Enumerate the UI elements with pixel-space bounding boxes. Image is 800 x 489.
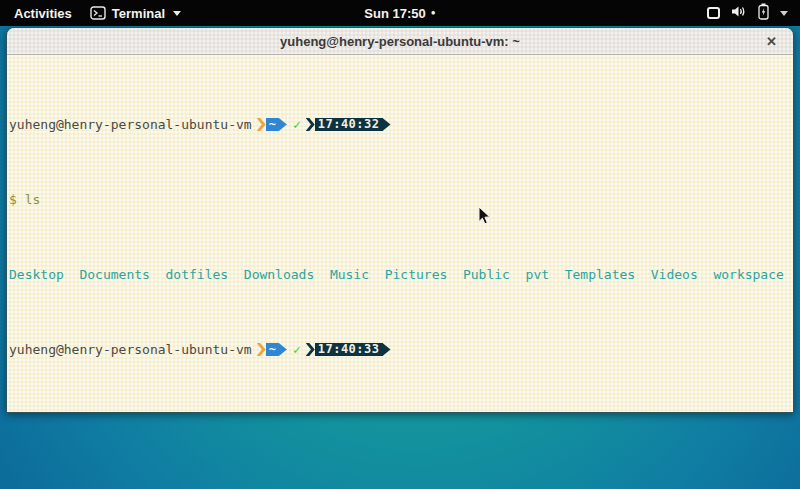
powerline-point-icon (279, 118, 287, 131)
prompt-user-host: yuheng@henry-personal-ubuntu-vm (9, 117, 252, 132)
terminal-window: yuheng@henry-personal-ubuntu-vm: ~ ✕ yuh… (6, 27, 794, 413)
focused-app-menu[interactable]: Terminal (90, 6, 181, 21)
prompt-user-host: yuheng@henry-personal-ubuntu-vm (9, 342, 252, 357)
clock-button[interactable]: Sun 17:50 (364, 6, 425, 21)
system-status-menu[interactable] (707, 3, 800, 23)
focused-app-label: Terminal (112, 6, 165, 21)
close-button[interactable]: ✕ (766, 28, 777, 55)
window-title: yuheng@henry-personal-ubuntu-vm: ~ (280, 34, 520, 49)
status-check-icon: ✓ (293, 342, 301, 357)
powerline-chevron-icon (257, 118, 266, 131)
prompt-path-segment: ~ (266, 343, 279, 356)
terminal-app-icon (90, 6, 106, 20)
directory-list: Desktop Documents dotfiles Downloads Mus… (9, 267, 784, 282)
status-check-icon: ✓ (293, 117, 301, 132)
powerline-point-icon (383, 343, 391, 356)
activities-button[interactable]: Activities (10, 6, 76, 21)
ls-output-line: Desktop Documents dotfiles Downloads Mus… (9, 267, 793, 282)
terminal-content[interactable]: yuheng@henry-personal-ubuntu-vm ~ ✓ 17:4… (7, 55, 793, 413)
chevron-down-icon (780, 11, 788, 16)
window-titlebar[interactable]: yuheng@henry-personal-ubuntu-vm: ~ ✕ (7, 28, 793, 55)
prompt-line: yuheng@henry-personal-ubuntu-vm ~ ✓ 17:4… (9, 117, 793, 132)
powerline-chevron-icon (306, 343, 315, 356)
screen-icon (707, 7, 720, 19)
prompt-time-segment: 17:40:32 (315, 118, 383, 131)
prompt-time-segment: 17:40:33 (315, 343, 383, 356)
top-bar: Activities Terminal Sun 17:50 ● (0, 0, 800, 26)
battery-charging-icon (758, 3, 769, 23)
command-line: $ ls (9, 192, 793, 207)
prompt-dollar: $ (9, 192, 17, 207)
volume-icon (731, 5, 747, 21)
prompt-line: yuheng@henry-personal-ubuntu-vm ~ ✓ 17:4… (9, 342, 793, 357)
typed-command: ls (25, 192, 41, 207)
chevron-down-icon (173, 11, 181, 16)
powerline-chevron-icon (306, 118, 315, 131)
powerline-point-icon (383, 118, 391, 131)
prompt-path-segment: ~ (266, 118, 279, 131)
notification-dot-icon: ● (431, 0, 436, 26)
powerline-point-icon (279, 343, 287, 356)
powerline-chevron-icon (257, 343, 266, 356)
